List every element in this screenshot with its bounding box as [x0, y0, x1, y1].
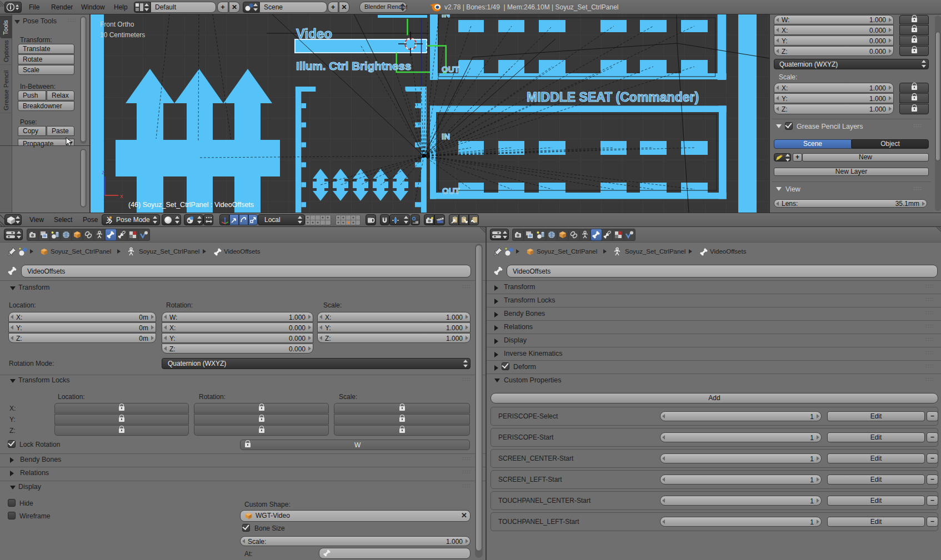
svg-text:x: x [120, 193, 123, 199]
svg-text:(46) Soyuz_Set_CtrlPanel : Vid: (46) Soyuz_Set_CtrlPanel : VideoOffsets [128, 201, 254, 209]
svg-text:Video: Video [296, 26, 332, 41]
svg-text:OUT: OUT [442, 186, 460, 195]
svg-text:IN: IN [442, 132, 450, 141]
svg-text:IN: IN [442, 14, 450, 19]
svg-text:Front Ortho: Front Ortho [100, 21, 134, 28]
svg-text:OUT: OUT [442, 64, 459, 74]
svg-text:MIDDLE SEAT (Commander): MIDDLE SEAT (Commander) [527, 90, 699, 104]
svg-text:z: z [102, 169, 105, 175]
svg-text:Illum. Ctrl Brightness: Illum. Ctrl Brightness [296, 59, 411, 72]
svg-text:10 Centimeters: 10 Centimeters [100, 31, 145, 39]
